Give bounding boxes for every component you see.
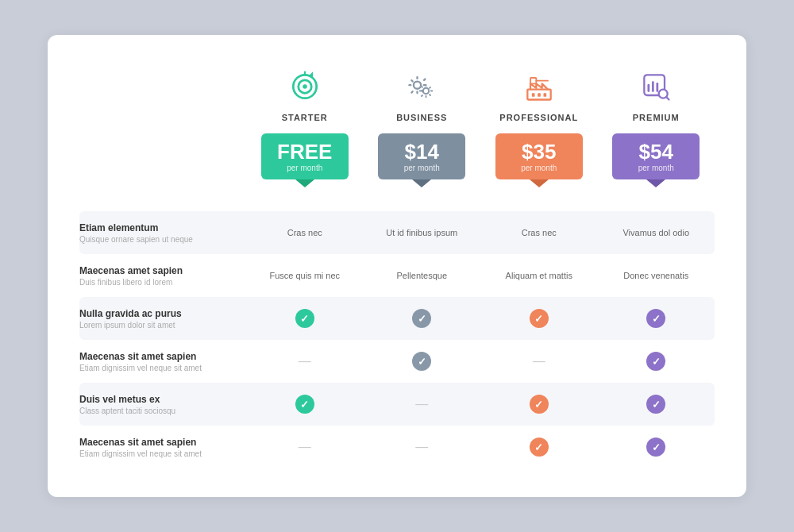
row-subtitle: Etiam dignissim vel neque sit amet [79, 449, 233, 458]
row-title: Maecenas amet sapien [79, 265, 233, 276]
svg-rect-7 [530, 78, 536, 83]
dash-icon: — [415, 397, 428, 411]
cell-text: Cras nec [522, 228, 557, 237]
row-cell-0-1: Ut id finibus ipsum [364, 222, 481, 244]
row-label-3: Maecenas sit amet sapien Etiam dignissim… [79, 343, 246, 380]
row-cell-5-1: — [364, 431, 481, 463]
check-icon: ✓ [530, 395, 549, 414]
svg-line-17 [666, 97, 669, 99]
row-cell-1-3: Donec venenatis [598, 264, 715, 287]
row-title: Duis vel metus ex [79, 394, 233, 405]
row-label-5: Maecenas sit amet sapien Etiam dignissim… [79, 429, 246, 466]
row-cell-2-2: ✓ [480, 303, 598, 334]
cell-text: Pellentesque [396, 271, 447, 280]
row-label-1: Maecenas amet sapien Duis finibus libero… [79, 257, 246, 295]
row-cell-3-2: — [480, 345, 598, 377]
row-cell-3-3: ✓ [598, 345, 715, 377]
svg-point-5 [423, 88, 429, 94]
left-header [79, 67, 246, 75]
row-subtitle: Lorem ipsum dolor sit amet [79, 321, 233, 330]
pricing-card: STARTER FREE per month BUSINESS $14 per … [48, 35, 746, 497]
factory-icon [519, 67, 559, 106]
row-cell-3-1: ✓ [364, 345, 481, 377]
plan-col-premium: PREMIUM $54 per month [598, 67, 715, 183]
check-icon: ✓ [412, 352, 431, 371]
row-cell-3-0: — [246, 345, 364, 377]
row-subtitle: Quisque ornare sapien ut neque [79, 235, 233, 244]
cell-text: Fusce quis mi nec [269, 271, 340, 280]
row-title: Nulla gravida ac purus [79, 308, 233, 319]
svg-point-2 [303, 84, 307, 89]
row-cells-2: ✓✓✓✓ [246, 303, 715, 334]
svg-point-4 [414, 82, 421, 89]
row-subtitle: Class aptent taciti sociosqu [79, 407, 233, 415]
cell-text: Aliquam et mattis [506, 271, 572, 280]
table-row: Maecenas sit amet sapien Etiam dignissim… [79, 340, 715, 383]
table-row: Etiam elementum Quisque ornare sapien ut… [79, 211, 715, 254]
chart-search-icon [636, 67, 676, 106]
row-cell-1-2: Aliquam et mattis [480, 264, 598, 287]
table-row: Nulla gravida ac purus Lorem ipsum dolor… [79, 297, 715, 340]
price-period-business: per month [404, 164, 440, 172]
price-period-starter: per month [287, 164, 322, 172]
price-period-professional: per month [521, 164, 557, 172]
row-cells-5: ——✓✓ [246, 431, 715, 463]
price-badge-professional: $35 per month [495, 133, 583, 179]
row-cell-5-0: — [246, 431, 364, 463]
row-subtitle: Duis finibus libero id lorem [79, 278, 233, 287]
price-period-premium: per month [638, 164, 674, 172]
row-cell-0-3: Vivamus dol odio [598, 222, 715, 244]
row-label-2: Nulla gravida ac purus Lorem ipsum dolor… [79, 300, 246, 337]
price-badge-starter: FREE per month [261, 133, 349, 179]
price-badge-business: $14 per month [378, 133, 465, 179]
row-cell-4-2: ✓ [480, 388, 598, 420]
price-value-premium: $54 [639, 141, 673, 162]
plan-col-starter: STARTER FREE per month [246, 67, 364, 183]
dash-icon: — [299, 440, 311, 454]
price-value-starter: FREE [277, 141, 332, 162]
dash-icon: — [415, 440, 428, 454]
cell-text: Vivamus dol odio [622, 228, 689, 237]
row-cell-2-3: ✓ [598, 303, 715, 334]
check-icon: ✓ [530, 309, 549, 328]
row-cell-1-1: Pellentesque [364, 264, 481, 287]
price-badge-premium: $54 per month [612, 133, 700, 179]
row-cell-0-0: Cras nec [246, 222, 364, 244]
plans-header: STARTER FREE per month BUSINESS $14 per … [246, 67, 715, 183]
cell-text: Donec venenatis [623, 271, 688, 280]
plan-col-professional: PROFESSIONAL $35 per month [480, 67, 598, 183]
check-icon: ✓ [295, 309, 314, 328]
price-value-business: $14 [405, 141, 439, 162]
dash-icon: — [299, 354, 311, 368]
plan-name-premium: PREMIUM [633, 113, 680, 122]
plan-name-professional: PROFESSIONAL [499, 113, 578, 122]
check-icon: ✓ [530, 438, 549, 457]
target-icon [285, 67, 325, 106]
row-title: Maecenas sit amet sapien [79, 351, 233, 362]
price-value-professional: $35 [522, 141, 556, 162]
row-cell-2-1: ✓ [364, 303, 481, 334]
svg-rect-11 [543, 93, 546, 97]
row-label-0: Etiam elementum Quisque ornare sapien ut… [79, 214, 246, 252]
table-section: Etiam elementum Quisque ornare sapien ut… [79, 211, 715, 468]
gears-icon [402, 67, 441, 106]
table-row: Duis vel metus ex Class aptent taciti so… [79, 383, 715, 426]
check-icon: ✓ [295, 395, 314, 414]
row-label-4: Duis vel metus ex Class aptent taciti so… [79, 386, 246, 423]
check-icon: ✓ [646, 309, 665, 328]
check-icon: ✓ [646, 438, 665, 457]
table-row: Maecenas amet sapien Duis finibus libero… [79, 254, 715, 297]
plan-name-business: BUSINESS [396, 113, 447, 122]
row-cell-5-3: ✓ [598, 431, 715, 463]
row-title: Maecenas sit amet sapien [79, 437, 233, 448]
top-section: STARTER FREE per month BUSINESS $14 per … [79, 67, 715, 183]
row-cell-1-0: Fusce quis mi nec [246, 264, 364, 287]
row-cells-1: Fusce quis mi necPellentesqueAliquam et … [246, 264, 715, 287]
row-cells-3: —✓—✓ [246, 345, 715, 377]
row-cell-0-2: Cras nec [480, 222, 598, 244]
row-subtitle: Etiam dignissim vel neque sit amet [79, 364, 233, 372]
row-cell-4-0: ✓ [246, 388, 364, 420]
dash-icon: — [533, 354, 545, 368]
row-cells-4: ✓—✓✓ [246, 388, 715, 420]
svg-rect-9 [532, 93, 535, 97]
